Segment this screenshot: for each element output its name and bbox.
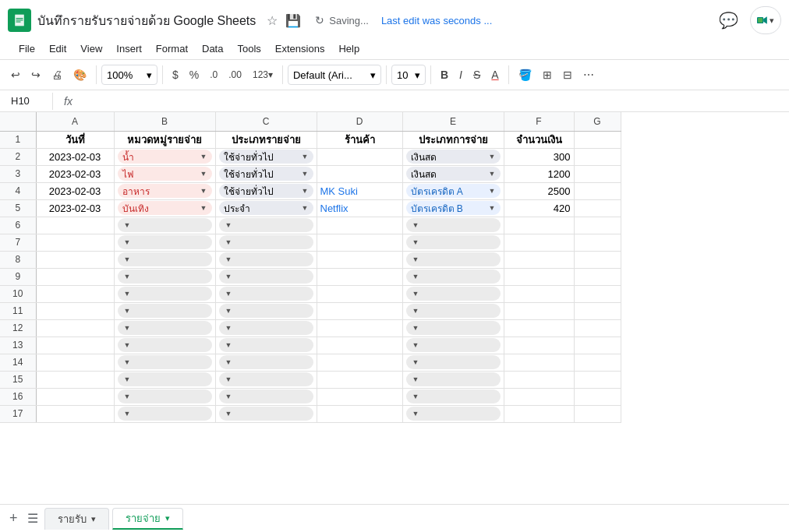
menu-view[interactable]: View (74, 41, 108, 56)
cell-f3[interactable]: 1200 (504, 165, 574, 182)
cell-A11[interactable] (36, 302, 114, 319)
cell-D9[interactable] (317, 268, 402, 285)
cell-D13[interactable] (317, 336, 402, 354)
cell-C17[interactable]: ▼ (215, 405, 317, 422)
dropdown-empty[interactable]: ▼ (118, 389, 212, 403)
dropdown-empty[interactable]: ▼ (406, 321, 501, 335)
cell-B10[interactable]: ▼ (114, 285, 215, 302)
menu-edit[interactable]: Edit (43, 41, 73, 56)
dropdown-b2[interactable]: น้ำ ▼ (118, 150, 212, 164)
cell-b2[interactable]: น้ำ ▼ (114, 148, 215, 165)
cell-B7[interactable]: ▼ (114, 234, 215, 251)
dropdown-empty[interactable]: ▼ (406, 372, 501, 386)
dropdown-empty[interactable]: ▼ (406, 338, 501, 352)
row-header-4[interactable]: 4 (0, 182, 36, 199)
cell-E16[interactable]: ▼ (402, 388, 504, 405)
cell-c4[interactable]: ใช้จ่ายทั่วไป ▼ (215, 182, 317, 199)
cell-d4[interactable]: MK Suki (317, 182, 402, 199)
cell-E13[interactable]: ▼ (402, 336, 504, 354)
cell-A17[interactable] (36, 405, 114, 422)
dropdown-e5[interactable]: บัตรเครดิต B ▼ (406, 201, 501, 215)
cell-E10[interactable]: ▼ (402, 285, 504, 302)
dropdown-empty[interactable]: ▼ (219, 407, 313, 421)
dropdown-empty[interactable]: ▼ (219, 321, 313, 335)
borders-button[interactable]: ⊞ (538, 65, 557, 84)
cell-D15[interactable] (317, 371, 402, 388)
dropdown-e4[interactable]: บัตรเครดิต A ▼ (406, 184, 501, 198)
dropdown-empty[interactable]: ▼ (406, 252, 501, 266)
dropdown-empty[interactable]: ▼ (219, 252, 313, 266)
cell-c5[interactable]: ประจำ ▼ (215, 199, 317, 217)
cell-D10[interactable] (317, 285, 402, 302)
menu-tools[interactable]: Tools (231, 41, 267, 56)
dropdown-empty[interactable]: ▼ (118, 252, 212, 266)
cell-E9[interactable]: ▼ (402, 268, 504, 285)
col-e-header[interactable]: ประเภทการจ่าย (402, 131, 504, 148)
paint-format-button[interactable]: 🎨 (69, 65, 91, 84)
row-header-1[interactable]: 1 (0, 131, 36, 148)
cell-F15[interactable] (504, 371, 574, 388)
cell-A13[interactable] (36, 336, 114, 354)
dropdown-e3[interactable]: เงินสด ▼ (406, 167, 501, 181)
row-header-17[interactable]: 17 (0, 405, 36, 422)
cell-C9[interactable]: ▼ (215, 268, 317, 285)
menu-file[interactable]: File (12, 41, 41, 56)
col-header-e[interactable]: E (402, 112, 504, 131)
dropdown-b5[interactable]: บันเทิง ▼ (118, 201, 212, 215)
cell-D16[interactable] (317, 388, 402, 405)
sheet-tab-rairab[interactable]: รายรับ ▾ (44, 508, 109, 530)
dropdown-empty[interactable]: ▼ (118, 235, 212, 249)
cell-B16[interactable]: ▼ (114, 388, 215, 405)
number-format-button[interactable]: 123▾ (248, 66, 278, 83)
cell-F9[interactable] (504, 268, 574, 285)
dropdown-empty[interactable]: ▼ (118, 338, 212, 352)
cell-E6[interactable]: ▼ (402, 217, 504, 234)
cell-A10[interactable] (36, 285, 114, 302)
menu-data[interactable]: Data (196, 41, 229, 56)
dropdown-b4[interactable]: อาหาร ▼ (118, 184, 212, 198)
text-color-button[interactable]: A (486, 65, 503, 84)
merge-button[interactable]: ⊟ (558, 65, 577, 84)
cell-g3[interactable] (574, 165, 621, 182)
dropdown-empty[interactable]: ▼ (219, 287, 313, 301)
cell-F17[interactable] (504, 405, 574, 422)
cell-G10[interactable] (574, 285, 621, 302)
cell-f2[interactable]: 300 (504, 148, 574, 165)
cell-A8[interactable] (36, 251, 114, 268)
cell-a5[interactable]: 2023-02-03 (36, 199, 114, 217)
dropdown-c5[interactable]: ประจำ ▼ (219, 201, 313, 215)
cell-reference-box[interactable]: H10 (6, 93, 53, 110)
comments-button[interactable]: 💬 (714, 6, 742, 34)
dropdown-empty[interactable]: ▼ (118, 270, 212, 284)
cell-F12[interactable] (504, 319, 574, 336)
dropdown-empty[interactable]: ▼ (219, 338, 313, 352)
italic-button[interactable]: I (455, 65, 467, 84)
cell-E14[interactable]: ▼ (402, 354, 504, 371)
cell-G12[interactable] (574, 319, 621, 336)
dropdown-empty[interactable]: ▼ (118, 407, 212, 421)
cell-G7[interactable] (574, 234, 621, 251)
cell-c2[interactable]: ใช้จ่ายทั่วไป ▼ (215, 148, 317, 165)
cell-B14[interactable]: ▼ (114, 354, 215, 371)
dropdown-empty[interactable]: ▼ (219, 355, 313, 369)
row-header-16[interactable]: 16 (0, 388, 36, 405)
cell-E17[interactable]: ▼ (402, 405, 504, 422)
cell-C6[interactable]: ▼ (215, 217, 317, 234)
dropdown-empty[interactable]: ▼ (406, 287, 501, 301)
redo-button[interactable]: ↪ (27, 65, 45, 84)
cell-f5[interactable]: 420 (504, 199, 574, 217)
cell-D7[interactable] (317, 234, 402, 251)
cell-B15[interactable]: ▼ (114, 371, 215, 388)
sheet-tab-rairab-arrow[interactable]: ▾ (91, 514, 96, 524)
cell-G6[interactable] (574, 217, 621, 234)
cell-B17[interactable]: ▼ (114, 405, 215, 422)
dropdown-c4[interactable]: ใช้จ่ายทั่วไป ▼ (219, 184, 313, 198)
cell-E8[interactable]: ▼ (402, 251, 504, 268)
col-f-header[interactable]: จำนวนเงิน (504, 131, 574, 148)
cell-D11[interactable] (317, 302, 402, 319)
dropdown-empty[interactable]: ▼ (219, 389, 313, 403)
dropdown-empty[interactable]: ▼ (219, 235, 313, 249)
sheet-tab-raijay-arrow[interactable]: ▾ (165, 513, 170, 523)
row-header-15[interactable]: 15 (0, 371, 36, 388)
cell-g4[interactable] (574, 182, 621, 199)
